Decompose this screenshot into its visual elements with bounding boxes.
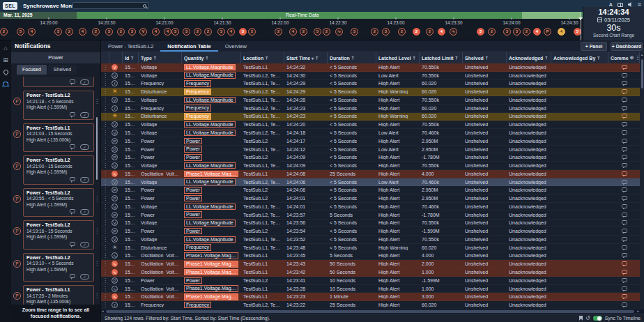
sync-toggle[interactable] xyxy=(593,316,602,321)
event-count-badge[interactable]: 4 xyxy=(79,28,86,36)
row-menu-icon[interactable]: ⋮ xyxy=(101,171,109,177)
notifications-tab-focused[interactable]: Focused xyxy=(17,65,47,75)
comment-icon[interactable] xyxy=(622,147,627,151)
row-menu-icon[interactable]: ⋮ xyxy=(101,261,109,267)
column-header-id[interactable]: Id xyxy=(123,52,139,63)
acknowledge-icon[interactable]: ✓ xyxy=(80,112,89,118)
notification-card[interactable]: P✓ xyxy=(23,77,94,87)
row-menu-icon[interactable]: ⋮ xyxy=(101,252,109,259)
comment-icon[interactable] xyxy=(70,112,75,116)
acknowledge-icon[interactable]: ✓ xyxy=(80,177,89,183)
row-menu-icon[interactable]: ⋮ xyxy=(101,220,109,226)
event-count-badge[interactable]: 3 xyxy=(503,28,511,36)
table-row[interactable]: ⋮V15971VoltageLL.Voltage.MagnitudeTestSu… xyxy=(101,203,640,211)
notification-card[interactable]: PPower - TestSub.L214:19:16 - 15 Seconds… xyxy=(23,220,94,250)
event-count-badge[interactable]: 2 xyxy=(0,28,8,36)
comment-icon[interactable] xyxy=(622,204,627,208)
notification-card[interactable]: PPower - TestSub.L214:20:55 - < 5 Second… xyxy=(23,188,94,217)
table-row[interactable]: ⋮P15978PowerPowerTestSub.L1, TestSub.L21… xyxy=(101,146,640,154)
comment-icon[interactable] xyxy=(622,278,627,282)
comment-icon[interactable] xyxy=(622,294,627,298)
event-count-badge[interactable]: 5 xyxy=(314,28,321,36)
event-count-badge[interactable]: 3 xyxy=(477,28,484,36)
timeline-selected-range[interactable] xyxy=(522,12,581,19)
event-count-badge[interactable]: 2 xyxy=(248,28,256,36)
table-row[interactable]: ⋮P15974PowerPowerTestSub.L214:24:06< 5 S… xyxy=(101,186,640,194)
row-menu-icon[interactable]: ⋮ xyxy=(101,89,109,95)
panels-icon[interactable] xyxy=(618,3,623,7)
card-menu-icon[interactable]: ⋮ xyxy=(94,261,100,267)
row-menu-icon[interactable]: ⋮ xyxy=(101,245,109,251)
comment-icon[interactable] xyxy=(622,302,627,307)
event-count-badge[interactable]: 3 xyxy=(105,28,113,36)
acknowledge-icon[interactable]: ✓ xyxy=(80,209,89,215)
table-row[interactable]: ⋮f15986FrequencyFrequencyTestSub.L1, Tes… xyxy=(101,80,640,89)
filter-icon[interactable] xyxy=(153,56,157,60)
event-count-badge[interactable]: 2 xyxy=(523,28,530,36)
event-count-badge[interactable]: 2 xyxy=(371,28,378,36)
row-menu-icon[interactable]: ⋮ xyxy=(101,187,109,193)
comment-icon[interactable] xyxy=(70,144,75,148)
column-header-latched-level[interactable]: Latched Level xyxy=(376,52,420,63)
row-menu-icon[interactable]: ⋮ xyxy=(101,130,109,136)
timeline-current-cursor[interactable] xyxy=(581,12,581,40)
card-menu-icon[interactable]: ⋮ xyxy=(94,196,100,202)
menu-icon[interactable]: ≡ xyxy=(638,2,641,7)
event-count-badge[interactable]: 4 xyxy=(533,28,541,36)
table-row[interactable]: ⋮P15968PowerPowerTestSub.L214:23:54< 5 S… xyxy=(101,227,640,236)
comment-icon[interactable] xyxy=(622,245,627,250)
row-menu-icon[interactable]: ⋮ xyxy=(101,162,109,169)
filter-icon[interactable] xyxy=(413,56,416,60)
comment-icon[interactable] xyxy=(622,213,627,217)
comment-icon[interactable] xyxy=(622,114,627,118)
bookmark-icon[interactable] xyxy=(579,316,583,321)
comment-icon[interactable] xyxy=(622,89,627,93)
column-header-shelved[interactable]: Shelved xyxy=(463,52,507,63)
event-count-badge[interactable]: 3 xyxy=(54,28,62,36)
column-header-quantity[interactable]: Quantity xyxy=(182,52,241,63)
event-count-badge[interactable]: P xyxy=(544,28,551,36)
comment-icon[interactable] xyxy=(622,139,627,143)
table-row[interactable]: ⋮V15969VoltageLL.Voltage.MagnitudeTestSu… xyxy=(101,220,640,228)
comment-icon[interactable] xyxy=(622,81,627,85)
event-count-badge[interactable]: 2 xyxy=(117,28,125,36)
table-row[interactable]: ⋮V15987VoltageLL.Voltage.MagnitudeTestSu… xyxy=(101,72,640,80)
column-header-location[interactable]: Location xyxy=(241,52,284,63)
notification-card[interactable]: PPower - TestSub.L114:17:25 - 2 MinutesH… xyxy=(23,285,94,305)
filter-icon[interactable] xyxy=(351,56,355,60)
row-menu-icon[interactable]: ⋮ xyxy=(101,302,109,308)
notification-card-body[interactable]: Power - TestSub.L214:21:00 - 15 SecondsH… xyxy=(23,155,94,185)
event-count-badge[interactable]: 3 xyxy=(183,28,190,36)
notification-card-body[interactable]: Power - TestSub.L214:21:18 - < 5 Seconds… xyxy=(23,91,94,120)
column-settings-icon[interactable]: ⊕ xyxy=(630,55,634,61)
comment-icon[interactable] xyxy=(622,65,627,69)
event-count-badge[interactable]: 3 xyxy=(351,28,358,36)
current-date-row[interactable]: 03/11/2025 xyxy=(583,17,644,23)
column-header-latched-limit[interactable]: Latched Limit xyxy=(420,52,463,63)
event-count-badge[interactable]: 4 xyxy=(28,28,36,36)
notification-card[interactable]: PPower - TestSub.L114:21:03 - 15 Seconds… xyxy=(23,123,94,153)
table-row[interactable]: ⋮V15981VoltageLL.Voltage.MagnitudeTestSu… xyxy=(101,121,640,129)
row-menu-icon[interactable]: ⋮ xyxy=(101,286,109,292)
row-menu-icon[interactable]: ⋮ xyxy=(101,105,109,112)
table-row[interactable]: ⋮☀15984DisturbanceFrequencyTestSub.L2, T… xyxy=(101,88,640,96)
table-row[interactable]: ⋮V15976VoltageLL.Voltage.MagnitudeTestSu… xyxy=(101,162,640,170)
tab-overview[interactable]: Overview xyxy=(218,40,254,52)
table-row[interactable]: ⋮∿15963Oscillation_VoltagePhase1.Voltage… xyxy=(101,268,640,277)
chart-range-value[interactable]: 30s xyxy=(583,23,644,33)
rail-item-home[interactable] xyxy=(0,43,11,54)
notifications-group-header[interactable]: Power xyxy=(11,52,100,63)
add-dashboard-button[interactable]: + Dashboard xyxy=(611,42,643,51)
comment-icon[interactable] xyxy=(622,196,627,200)
comment-icon[interactable] xyxy=(622,270,627,274)
table-row[interactable]: ⋮P15970PowerPowerTestSub.L2, TestSub.L11… xyxy=(101,211,640,220)
table-row[interactable]: ⋮f15983FrequencyFrequencyTestSub.L2, Tes… xyxy=(101,105,640,113)
row-menu-icon[interactable]: ⋮ xyxy=(101,80,109,86)
row-menu-icon[interactable]: ⋮ xyxy=(101,293,109,300)
row-menu-icon[interactable]: ⋮ xyxy=(101,204,109,210)
tab-notification-table[interactable]: Notification Table xyxy=(160,40,217,52)
event-count-badge[interactable]: 4 xyxy=(164,28,171,36)
filter-icon[interactable] xyxy=(205,56,208,60)
comment-icon[interactable] xyxy=(622,253,627,257)
filter-icon[interactable] xyxy=(130,56,134,60)
